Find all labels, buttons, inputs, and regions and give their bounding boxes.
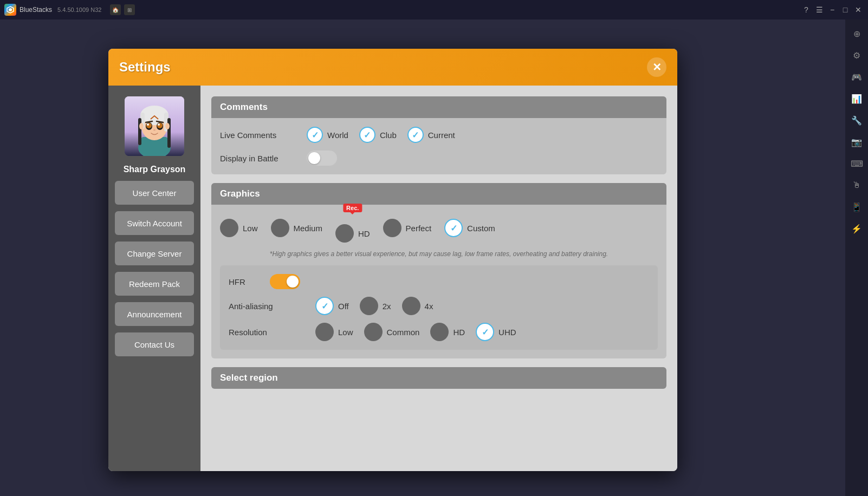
minimize-button[interactable]: −	[827, 4, 838, 15]
maximize-button[interactable]: □	[840, 4, 851, 15]
quality-custom-option[interactable]: ✓ Custom	[444, 219, 495, 237]
svg-rect-10	[138, 118, 141, 145]
svg-rect-11	[167, 118, 171, 148]
quality-hd-circle	[335, 224, 354, 243]
aa-2x-option[interactable]: 2x	[360, 297, 391, 315]
hfr-row: HFR	[229, 274, 649, 289]
redeem-pack-button[interactable]: Redeem Pack	[115, 272, 194, 296]
quality-perfect-option[interactable]: Perfect	[383, 219, 432, 237]
user-center-button[interactable]: User Center	[115, 181, 194, 205]
quality-perfect-circle	[383, 219, 401, 237]
display-in-battle-row: Display in Battle	[220, 151, 658, 166]
res-uhd-option[interactable]: ✓ UHD	[476, 323, 516, 341]
modal-close-button[interactable]: ✕	[647, 57, 666, 77]
comments-section-header: Comments	[211, 96, 666, 118]
quality-low-circle	[220, 219, 238, 237]
world-checkbox[interactable]: ✓ World	[307, 127, 348, 143]
close-window-button[interactable]: ✕	[853, 4, 864, 15]
right-sidebar: ⊕ ⚙ 🎮 📊 🔧 📷 ⌨ 🖱 📱 ⚡	[845, 19, 868, 496]
aa-off-option[interactable]: ✓ Off	[315, 297, 349, 315]
toggle-knob	[308, 152, 320, 164]
modal-title: Settings	[119, 60, 171, 75]
current-checkbox[interactable]: ✓ Current	[407, 127, 455, 143]
sidebar-icon-6[interactable]: 📷	[847, 132, 866, 152]
quality-low-option[interactable]: Low	[220, 219, 258, 237]
aa-4x-circle	[402, 297, 420, 315]
svg-point-15	[157, 123, 163, 128]
res-common-circle	[364, 323, 383, 341]
club-label: Club	[380, 130, 397, 140]
club-checkbox-circle: ✓	[359, 127, 375, 143]
quality-hd-label: HD	[358, 229, 370, 238]
aa-off-label: Off	[338, 302, 349, 311]
right-panel: Comments Live Comments ✓ World	[200, 86, 677, 471]
resolution-label: Resolution	[229, 328, 305, 337]
quality-low-label: Low	[243, 224, 258, 233]
custom-settings-box: HFR Anti-aliasing ✓	[220, 265, 658, 350]
sidebar-icon-3[interactable]: 🎮	[847, 67, 866, 87]
res-low-label: Low	[338, 328, 353, 337]
svg-point-14	[146, 123, 152, 128]
display-in-battle-toggle[interactable]	[307, 151, 337, 166]
app-name: BlueStacks	[20, 6, 52, 14]
svg-point-16	[147, 123, 149, 126]
res-low-option[interactable]: Low	[315, 323, 353, 341]
contact-us-button[interactable]: Contact Us	[115, 332, 194, 356]
rec-badge: Rec.	[343, 204, 362, 212]
sidebar-icon-7[interactable]: ⌨	[847, 154, 866, 173]
home-icon[interactable]: 🏠	[110, 4, 121, 15]
announcement-button[interactable]: Announcement	[115, 302, 194, 326]
sidebar-icon-2[interactable]: ⚙	[847, 45, 866, 65]
app-version: 5.4.50.1009 N32	[57, 6, 101, 13]
app-logo: BlueStacks 5.4.50.1009 N32	[4, 4, 101, 16]
res-hd-label: HD	[453, 328, 465, 337]
player-name: Sharp Grayson	[124, 165, 186, 174]
switch-account-button[interactable]: Switch Account	[115, 211, 194, 235]
comments-section: Comments Live Comments ✓ World	[211, 96, 666, 174]
sidebar-icon-1[interactable]: ⊕	[847, 24, 866, 43]
graphics-section-body: Low Medium Rec. HD	[211, 205, 666, 358]
anti-aliasing-label: Anti-aliasing	[229, 302, 305, 311]
current-checkbox-circle: ✓	[407, 127, 424, 143]
quality-custom-circle: ✓	[444, 219, 463, 237]
hfr-label: HFR	[229, 277, 261, 286]
quality-perfect-label: Perfect	[406, 224, 432, 233]
quality-hd-option[interactable]: Rec. HD	[335, 213, 370, 243]
menu-button[interactable]: ☰	[814, 4, 825, 15]
sidebar-icon-9[interactable]: 📱	[847, 197, 866, 217]
hfr-toggle[interactable]	[270, 274, 300, 289]
window-controls: ? ☰ − □ ✕	[801, 4, 864, 15]
res-hd-option[interactable]: HD	[430, 323, 465, 341]
select-region-header: Select region	[211, 367, 666, 389]
sidebar-icon-5[interactable]: 🔧	[847, 110, 866, 130]
quality-medium-circle	[271, 219, 289, 237]
resolution-row: Resolution Low Common	[229, 323, 649, 341]
sidebar-icon-8[interactable]: 🖱	[847, 175, 866, 195]
multi-icon[interactable]: ⊞	[124, 4, 135, 15]
comments-section-body: Live Comments ✓ World ✓ Club	[211, 118, 666, 174]
quality-medium-option[interactable]: Medium	[271, 219, 322, 237]
world-label: World	[327, 130, 348, 140]
aa-2x-circle	[360, 297, 378, 315]
quality-custom-label: Custom	[467, 224, 495, 233]
sidebar-icon-10[interactable]: ⚡	[847, 219, 866, 238]
help-button[interactable]: ?	[801, 4, 812, 15]
svg-marker-1	[9, 8, 12, 11]
svg-point-22	[165, 123, 170, 129]
svg-point-20	[153, 129, 156, 131]
sidebar-icon-4[interactable]: 📊	[847, 89, 866, 108]
aa-4x-option[interactable]: 4x	[402, 297, 433, 315]
res-common-option[interactable]: Common	[364, 323, 420, 341]
aa-4x-label: 4x	[425, 302, 433, 311]
live-comments-row: Live Comments ✓ World ✓ Club	[220, 127, 658, 143]
modal-body: Sharp Grayson User Center Switch Account…	[108, 86, 677, 471]
graphics-quality-row: Low Medium Rec. HD	[220, 213, 658, 243]
change-server-button[interactable]: Change Server	[115, 242, 194, 265]
res-common-label: Common	[387, 328, 420, 337]
club-checkbox[interactable]: ✓ Club	[359, 127, 397, 143]
left-panel: Sharp Grayson User Center Switch Account…	[108, 86, 200, 471]
aa-off-circle: ✓	[315, 297, 334, 315]
character-svg	[125, 96, 184, 156]
current-label: Current	[428, 130, 455, 140]
modal-header: Settings ✕	[108, 49, 677, 86]
